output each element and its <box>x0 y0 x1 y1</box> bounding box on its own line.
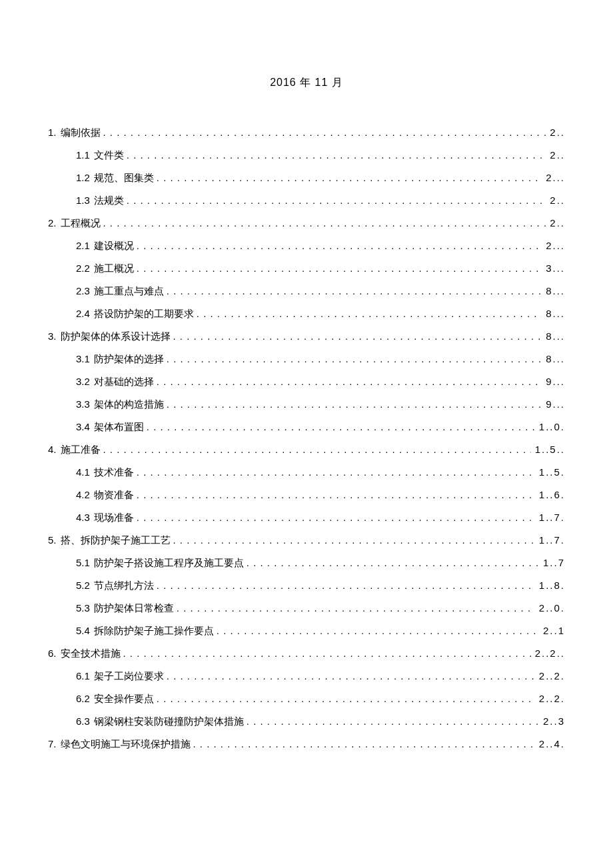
toc-entry: 4.施工准备1..5.. <box>48 440 565 458</box>
toc-leader-dots <box>173 531 535 549</box>
toc-entry: 4.2物资准备1..6. <box>48 486 565 504</box>
toc-title: 防护架子搭设施工程序及施工要点 <box>94 554 244 572</box>
toc-page-number: 1..8. <box>535 576 565 594</box>
toc-title: 拆除防护架子施工操作要点 <box>94 622 214 640</box>
toc-page-number: 2.. <box>546 123 565 141</box>
toc-number: 1.2 <box>76 169 90 187</box>
toc-number: 5. <box>48 531 57 549</box>
toc-number: 5.4 <box>76 622 90 640</box>
toc-leader-dots <box>167 667 535 685</box>
document-date: 2016 年 11 月 <box>48 73 565 93</box>
toc-leader-dots <box>127 191 546 209</box>
toc-number: 2.2 <box>76 259 90 277</box>
toc-page-number: 8... <box>542 282 565 300</box>
toc-leader-dots <box>137 259 542 277</box>
toc-entry: 6.3钢梁钢柱安装防碰撞防护架体措施2..3 <box>48 712 565 730</box>
toc-page-number: 2.. <box>546 191 565 209</box>
toc-page-number: 1..5.. <box>531 440 565 458</box>
toc-page-number: 1..7 <box>539 554 565 572</box>
toc-page-number: 8... <box>542 304 565 322</box>
toc-entry: 2.4搭设防护架的工期要求8... <box>48 304 565 322</box>
toc-number: 2.4 <box>76 304 90 322</box>
toc-title: 防护架体的体系设计选择 <box>61 327 171 345</box>
toc-number: 2.1 <box>76 236 90 254</box>
toc-entry: 3.1防护架体的选择8... <box>48 350 565 368</box>
toc-entry: 3.2对基础的选择9... <box>48 372 565 390</box>
toc-leader-dots <box>103 123 546 141</box>
toc-page-number: 8... <box>542 350 565 368</box>
toc-entry: 2.1建设概况2... <box>48 236 565 254</box>
toc-leader-dots <box>147 418 535 436</box>
toc-page-number: 1..7. <box>535 531 565 549</box>
toc-leader-dots <box>177 599 535 617</box>
toc-number: 3.2 <box>76 372 90 390</box>
toc-number: 1.1 <box>76 146 90 164</box>
toc-number: 5.1 <box>76 554 90 572</box>
toc-entry: 6.安全技术措施2..2.. <box>48 644 565 662</box>
toc-title: 物资准备 <box>94 486 134 504</box>
toc-entry: 3.防护架体的体系设计选择8... <box>48 327 565 345</box>
toc-leader-dots <box>157 576 535 594</box>
toc-entry: 5.4拆除防护架子施工操作要点2..1 <box>48 622 565 640</box>
toc-number: 5.2 <box>76 576 90 594</box>
toc-leader-dots <box>173 327 542 345</box>
toc-page-number: 2..0. <box>535 599 565 617</box>
toc-number: 2. <box>48 214 57 232</box>
toc-title: 安全操作要点 <box>94 689 154 707</box>
toc-entry: 2.工程概况2.. <box>48 214 565 232</box>
toc-title: 架体的构造措施 <box>94 395 164 413</box>
toc-title: 施工概况 <box>94 259 134 277</box>
toc-leader-dots <box>197 304 542 322</box>
toc-leader-dots <box>157 372 542 390</box>
toc-leader-dots <box>157 689 535 707</box>
toc-entry: 1.3法规类2.. <box>48 191 565 209</box>
toc-title: 安全技术措施 <box>61 644 121 662</box>
toc-leader-dots <box>137 236 542 254</box>
toc-leader-dots <box>167 395 542 413</box>
toc-page-number: 2..3 <box>539 712 565 730</box>
toc-leader-dots <box>127 146 546 164</box>
toc-number: 7. <box>48 735 57 753</box>
toc-title: 搭、拆防护架子施工工艺 <box>61 531 171 549</box>
toc-number: 1.3 <box>76 191 90 209</box>
toc-title: 钢梁钢柱安装防碰撞防护架体措施 <box>94 712 244 730</box>
toc-number: 1. <box>48 123 57 141</box>
toc-entry: 2.3施工重点与难点8... <box>48 282 565 300</box>
toc-entry: 1.2规范、图集类2... <box>48 169 565 187</box>
toc-entry: 5.1防护架子搭设施工程序及施工要点1..7 <box>48 554 565 572</box>
toc-entry: 5.搭、拆防护架子施工工艺1..7. <box>48 531 565 549</box>
toc-page-number: 2..2.. <box>531 644 565 662</box>
toc-title: 节点绑扎方法 <box>94 576 154 594</box>
toc-entry: 4.3现场准备1..7. <box>48 508 565 526</box>
toc-number: 6. <box>48 644 57 662</box>
toc-number: 5.3 <box>76 599 90 617</box>
toc-entry: 2.2施工概况3... <box>48 259 565 277</box>
toc-title: 文件类 <box>94 146 124 164</box>
toc-title: 防护架体日常检查 <box>94 599 174 617</box>
toc-entry: 6.2安全操作要点2..2. <box>48 689 565 707</box>
toc-title: 架体布置图 <box>94 418 144 436</box>
toc-page-number: 8... <box>542 327 565 345</box>
toc-leader-dots <box>157 169 542 187</box>
toc-page-number: 2..1 <box>539 622 565 640</box>
table-of-contents: 1.编制依据2..1.1文件类2..1.2规范、图集类2...1.3法规类2..… <box>48 123 565 753</box>
toc-page-number: 1..6. <box>535 486 565 504</box>
toc-page-number: 2.. <box>546 214 565 232</box>
toc-leader-dots <box>123 644 531 662</box>
toc-number: 4.1 <box>76 463 90 481</box>
toc-page-number: 2... <box>542 169 565 187</box>
toc-number: 6.2 <box>76 689 90 707</box>
toc-leader-dots <box>247 712 539 730</box>
toc-leader-dots <box>217 622 539 640</box>
toc-entry: 4.1技术准备1..5. <box>48 463 565 481</box>
toc-number: 4.3 <box>76 508 90 526</box>
toc-title: 编制依据 <box>61 123 101 141</box>
toc-title: 法规类 <box>94 191 124 209</box>
toc-page-number: 9... <box>542 372 565 390</box>
toc-number: 4. <box>48 440 57 458</box>
toc-page-number: 1..0. <box>535 418 565 436</box>
toc-entry: 3.4架体布置图1..0. <box>48 418 565 436</box>
toc-page-number: 3... <box>542 259 565 277</box>
toc-entry: 1.1文件类2.. <box>48 146 565 164</box>
toc-page-number: 2..2. <box>535 667 565 685</box>
